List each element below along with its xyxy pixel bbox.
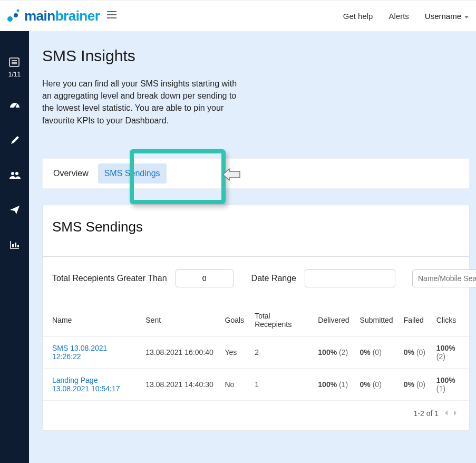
cell-delivered: 100% (1) xyxy=(313,368,354,400)
sidebar-item-compose[interactable] xyxy=(8,135,21,148)
top-bar: mainbrainer Get help Alerts Username xyxy=(0,0,476,32)
main-content: SMS Insights Here you can find all your … xyxy=(29,31,476,463)
svg-point-7 xyxy=(15,172,18,175)
cell-submitted: 0% (0) xyxy=(355,368,399,400)
cell-total: 2 xyxy=(249,336,313,368)
chevron-down-icon xyxy=(464,12,469,21)
col-goals[interactable]: Goals xyxy=(220,304,250,336)
filter-bar: Total Recepients Greater Than Date Range xyxy=(43,257,469,304)
cell-failed: 0% (0) xyxy=(399,336,431,368)
col-total[interactable]: Total Recepients xyxy=(249,304,313,336)
paper-plane-icon xyxy=(9,205,20,217)
daterange-label: Date Range xyxy=(251,274,296,283)
cell-goals: No xyxy=(220,368,250,400)
cell-sent: 13.08.2021 16:00:40 xyxy=(140,336,219,368)
col-submitted[interactable]: Submitted xyxy=(355,304,399,336)
get-help-link[interactable]: Get help xyxy=(343,12,373,21)
table-row: Landing Page 13.08.2021 10:54:17 13.08.2… xyxy=(43,368,469,400)
cell-submitted: 0% (0) xyxy=(355,336,399,368)
svg-point-1 xyxy=(14,13,18,17)
alerts-link[interactable]: Alerts xyxy=(388,12,409,21)
svg-point-2 xyxy=(17,9,20,12)
pager-label: 1-2 of 1 xyxy=(414,409,439,418)
card-title: SMS Sendings xyxy=(43,205,469,257)
daterange-input[interactable] xyxy=(305,269,395,287)
recipients-input[interactable] xyxy=(176,269,234,287)
cell-goals: Yes xyxy=(220,336,250,368)
recipients-label: Total Recepients Greater Than xyxy=(52,274,167,283)
sending-link[interactable]: SMS 13.08.2021 12:26:22 xyxy=(52,344,107,361)
cell-clicks: 100% (1) xyxy=(431,368,469,400)
sendings-table: Name Sent Goals Total Recepients Deliver… xyxy=(43,304,469,401)
sidebar-item-send[interactable] xyxy=(8,205,21,217)
list-icon xyxy=(9,57,20,69)
svg-rect-8 xyxy=(12,244,14,247)
col-clicks[interactable]: Clicks xyxy=(431,304,469,336)
left-sidebar: 1/11 xyxy=(0,31,29,463)
pager: 1-2 of 1 xyxy=(43,401,469,420)
cell-failed: 0% (0) xyxy=(399,368,431,400)
cell-sent: 13.08.2021 14:40:30 xyxy=(140,368,219,400)
pager-prev[interactable] xyxy=(444,409,448,418)
brand-text: mainbrainer xyxy=(24,8,100,24)
menu-icon[interactable] xyxy=(107,11,116,21)
svg-point-6 xyxy=(11,172,14,175)
sidebar-item-audience[interactable] xyxy=(8,170,21,182)
pencil-icon xyxy=(9,135,20,148)
tab-sms-sendings[interactable]: SMS Sendings xyxy=(98,163,167,184)
cell-delivered: 100% (2) xyxy=(313,336,354,368)
page-description: Here you can find all your SMS insights … xyxy=(42,78,242,127)
cell-clicks: 100% (2) xyxy=(431,336,469,368)
bar-chart-icon xyxy=(9,240,20,252)
sidebar-item-insights[interactable] xyxy=(8,239,21,252)
sidebar-item-dashboard[interactable] xyxy=(8,100,21,113)
tabs-panel: Overview SMS Sendings xyxy=(42,158,470,189)
step-label: 1/11 xyxy=(8,71,21,78)
col-sent[interactable]: Sent xyxy=(140,304,219,336)
col-name[interactable]: Name xyxy=(43,304,140,336)
cell-total: 1 xyxy=(249,368,313,400)
search-input[interactable] xyxy=(412,269,476,287)
brand-dots-icon xyxy=(6,8,21,23)
gauge-icon xyxy=(9,100,21,113)
tab-overview[interactable]: Overview xyxy=(50,163,92,184)
brand-logo[interactable]: mainbrainer xyxy=(6,8,100,24)
svg-point-0 xyxy=(7,16,13,22)
pager-next[interactable] xyxy=(453,409,458,418)
page-title: SMS Insights xyxy=(42,47,476,65)
table-header-row: Name Sent Goals Total Recepients Deliver… xyxy=(43,304,469,336)
sidebar-step-indicator[interactable]: 1/11 xyxy=(8,57,21,78)
svg-rect-10 xyxy=(17,245,19,247)
sendings-card: SMS Sendings Total Recepients Greater Th… xyxy=(42,205,470,431)
tutorial-arrow-icon xyxy=(222,168,241,183)
top-nav: Get help Alerts Username xyxy=(343,1,469,31)
username-label: Username xyxy=(425,12,461,21)
sending-link[interactable]: Landing Page 13.08.2021 10:54:17 xyxy=(52,376,135,393)
col-delivered[interactable]: Delivered xyxy=(313,304,354,336)
user-menu[interactable]: Username xyxy=(425,12,469,21)
col-failed[interactable]: Failed xyxy=(399,304,431,336)
svg-rect-9 xyxy=(15,243,16,247)
users-icon xyxy=(9,171,21,181)
table-row: SMS 13.08.2021 12:26:22 13.08.2021 16:00… xyxy=(43,336,469,368)
